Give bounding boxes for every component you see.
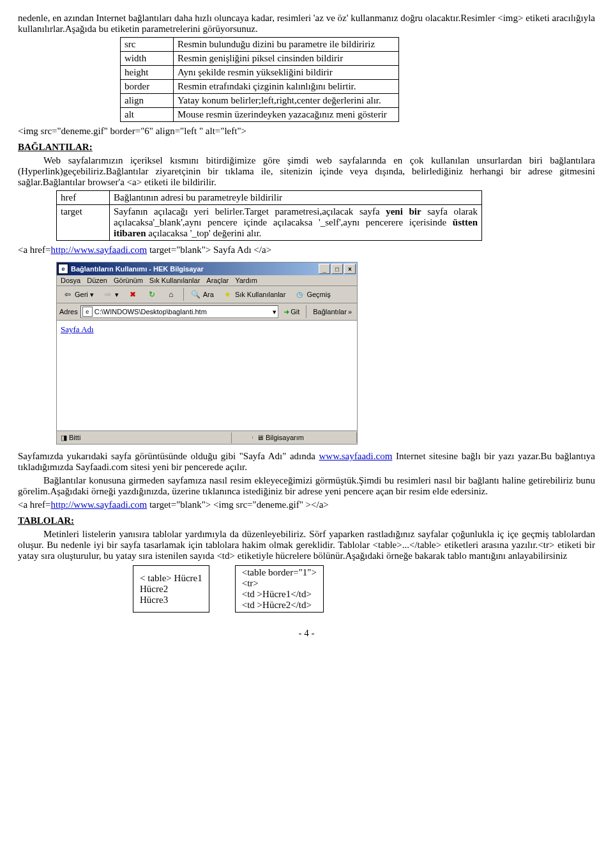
code-line: Hücre3 [140,595,168,605]
refresh-icon: ↻ [147,289,157,300]
img-code-example: <img src="deneme.gif" border="6" align="… [18,126,595,137]
page-icon: e [82,307,93,317]
menu-file[interactable]: Dosya [61,277,80,284]
history-label: Geçmiş [306,291,330,298]
section-tables-title: TABLOLAR: [18,515,595,526]
menu-favorites[interactable]: Sık Kullanılanlar [149,277,201,284]
after-browser-para2: Bağlantılar konusuna girmeden sayfamıza … [18,475,595,497]
go-icon: ➜ [284,308,289,316]
code-url-link[interactable]: http://www.sayfaadi.com [50,499,147,510]
zone-text: Bilgisayarım [266,434,304,441]
favorites-button[interactable]: ★Sık Kullanılanlar [220,288,289,301]
history-button[interactable]: ◷Geçmiş [291,288,333,301]
param-val: Yatay konum belirler;left,right,center d… [174,94,399,108]
link-param-table: hrefBağlantının adresi bu parametreyle b… [56,190,482,241]
menu-help[interactable]: Yardım [235,277,257,284]
cell: < table> Hücre1Hücre2Hücre3 [133,566,209,613]
home-icon: ⌂ [166,289,176,300]
minimize-button[interactable]: _ [319,264,330,274]
stop-button[interactable]: ✖ [125,288,141,301]
address-value: C:\WINDOWS\Desktop\baglanti.htm [95,308,207,316]
section-links-title: BAĞLANTILAR: [18,142,595,153]
browser-viewport: Sayfa Adı [57,321,357,430]
page-number: - 4 - [18,628,595,639]
search-label: Ara [203,291,214,298]
table-row: altMouse resmin üzerindeyken yazacağınız… [121,108,399,122]
table-row: widthResmin genişliğini piksel cinsinden… [121,52,399,66]
forward-arrow-icon: ⇨ [103,289,113,300]
status-text: Bitti [69,434,80,441]
dropdown-icon[interactable]: ▾ [273,308,276,316]
table-row: targetSayfanın açılacağı yeri belirler.T… [57,205,482,241]
fav-label: Sık Kullanılanlar [235,291,286,298]
table-row: heightAynı şekilde resmin yüksekliğini b… [121,66,399,80]
window-titlebar: e Bağlantıların Kullanımı - HEK Bilgisay… [57,263,357,275]
stop-icon: ✖ [128,289,138,300]
separator [183,288,184,301]
refresh-button[interactable]: ↻ [144,288,160,301]
close-button[interactable]: × [344,264,356,274]
menu-tools[interactable]: Araçlar [206,277,229,284]
param-key: alt [121,108,174,122]
param-val: Resmin bulunduğu dizini bu parametre ile… [174,38,399,52]
search-icon: 🔍 [191,289,201,300]
table-row: borderResmin etrafındaki çizginin kalınl… [121,80,399,94]
code-text: target="blank"> <img src="deneme.gif" ><… [147,499,329,510]
address-input[interactable]: e C:\WINDOWS\Desktop\baglanti.htm ▾ [80,305,278,318]
chevron-icon: » [348,308,352,316]
status-cell [232,436,253,439]
code-line: <td >Hücre1</td> [242,589,312,599]
links-label: Bağlantılar [313,308,347,316]
code-line: Hücre2 [140,584,168,594]
table-example-left: < table> Hücre1Hücre2Hücre3 [133,565,209,613]
code-text: <a href= [18,245,50,255]
cell: <table border="1"><tr><td >Hücre1</td><t… [235,566,323,613]
after-browser-para1: Sayfamızda yukarıdaki sayfa görüntüsünde… [18,451,595,473]
history-icon: ◷ [294,289,305,300]
param-val: Sayfanın açılacağı yeri belirler.Target … [110,205,482,241]
toolbar: ⇦Geri▾ ⇨▾ ✖ ↻ ⌂ 🔍Ara ★Sık Kullanılanlar … [57,286,357,303]
links-button[interactable]: Bağlantılar » [310,307,354,316]
param-val: Resmin genişliğini piksel cinsinden bild… [174,52,399,66]
param-val: Resmin etrafındaki çizginin kalınlığını … [174,80,399,94]
status-left: ◨Bitti [57,432,232,443]
tables-paragraph: Metinleri listelerin yanısıra tablolar y… [18,529,595,561]
param-key: height [121,66,174,80]
param-key: href [57,191,110,205]
param-val: Bağlantının adresi bu parametreyle bildi… [110,191,482,205]
page-link[interactable]: Sayfa Adı [61,324,94,334]
star-icon: ★ [223,289,233,300]
home-button[interactable]: ⌂ [163,288,179,301]
param-key: target [57,205,110,241]
browser-window: e Bağlantıların Kullanımı - HEK Bilgisay… [56,262,358,445]
param-key: width [121,52,174,66]
back-button[interactable]: ⇦Geri▾ [59,288,97,301]
code-line: < table> Hücre1 [140,573,202,583]
img-link-code: <a href=http://www.sayfaadi.com target="… [18,499,595,510]
intro-paragraph: nedenle, en azından Internet bağlantılar… [18,13,595,34]
dropdown-icon: ▾ [90,291,94,299]
table-row: hrefBağlantının adresi bu parametreyle b… [57,191,482,205]
status-bar: ◨Bitti 🖥Bilgisayarım [57,430,357,444]
table-row: alignYatay konum belirler;left,right,cen… [121,94,399,108]
back-label: Geri [75,291,88,298]
code-url-link[interactable]: http://www.sayfaadi.com [50,245,147,255]
go-button[interactable]: ➜Git [281,307,302,317]
search-button[interactable]: 🔍Ara [188,288,217,301]
menu-edit[interactable]: Düzen [87,277,107,284]
code-text: <a href= [18,499,50,510]
menu-view[interactable]: Görünüm [114,277,143,284]
img-param-table: srcResmin bulunduğu dizini bu parametre … [120,37,399,122]
param-key: align [121,94,174,108]
param-key: src [121,38,174,52]
maximize-button[interactable]: □ [331,264,343,274]
go-label: Git [291,308,299,316]
site-link[interactable]: www.sayfaadi.com [319,451,393,461]
menu-bar: Dosya Düzen Görünüm Sık Kullanılanlar Ar… [57,275,357,286]
status-zone: 🖥Bilgisayarım [253,432,357,443]
table-example-right: <table border="1"><tr><td >Hücre1</td><t… [235,565,324,613]
param-val: Mouse resmin üzerindeyken yazacağınız me… [174,108,399,122]
back-arrow-icon: ⇦ [63,289,73,300]
forward-button[interactable]: ⇨▾ [100,288,122,301]
window-title: Bağlantıların Kullanımı - HEK Bilgisayar [71,265,317,273]
